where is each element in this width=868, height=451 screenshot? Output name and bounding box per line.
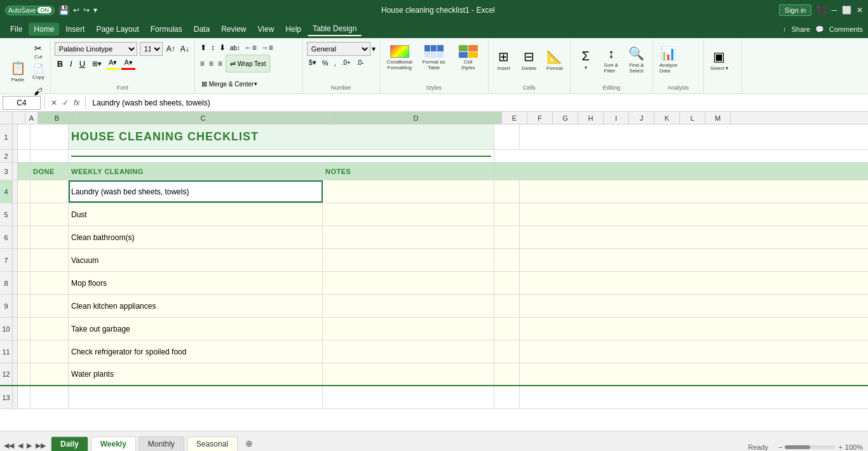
menu-file[interactable]: File: [5, 23, 27, 36]
increase-font-icon[interactable]: A↑: [165, 43, 177, 55]
cell-b9[interactable]: [31, 295, 69, 317]
cell-c8[interactable]: Mop floors: [69, 272, 323, 294]
cell-a4[interactable]: [18, 180, 31, 203]
cell-c7[interactable]: Vacuum: [69, 249, 323, 271]
cell-b8[interactable]: [31, 272, 69, 294]
cell-c11[interactable]: Check refrigerator for spoiled food: [69, 340, 323, 363]
analyze-data-button[interactable]: 📊 AnalyzeData: [657, 42, 680, 77]
text-direction-icon[interactable]: ab↕: [229, 43, 241, 53]
menu-page-layout[interactable]: Page Layout: [91, 23, 144, 36]
cell-c4[interactable]: Laundry (wash bed sheets, towels): [69, 180, 323, 203]
zoom-slider[interactable]: [785, 445, 836, 449]
cell-styles-button[interactable]: CellStyles: [452, 42, 484, 74]
menu-formulas[interactable]: Formulas: [146, 23, 187, 36]
col-header-j[interactable]: J: [629, 112, 654, 124]
copy-button[interactable]: 📄 Copy: [31, 62, 46, 81]
col-header-h[interactable]: H: [578, 112, 604, 124]
restore-button[interactable]: ⬜: [842, 6, 851, 15]
increase-decimal-icon[interactable]: .0+: [340, 58, 353, 67]
wrap-text-button[interactable]: ⇌ Wrap Text: [226, 55, 271, 72]
col-header-f[interactable]: F: [527, 112, 553, 124]
cell-c10[interactable]: Take out garbage: [69, 318, 323, 340]
number-format-expand[interactable]: ▾: [372, 44, 376, 53]
cell-b11[interactable]: [31, 340, 69, 363]
sheet-nav-first[interactable]: ◀◀: [3, 440, 15, 451]
italic-button[interactable]: I: [67, 58, 75, 70]
fill-color-button[interactable]: A▾: [106, 57, 119, 70]
menu-table-design[interactable]: Table Design: [308, 22, 362, 36]
cell-b3-done[interactable]: DONE: [31, 163, 69, 180]
cut-button[interactable]: ✂ Cut: [31, 42, 46, 61]
cell-b6[interactable]: [31, 226, 69, 248]
border-button[interactable]: ⊞▾: [90, 58, 104, 69]
tab-weekly[interactable]: Weekly: [91, 436, 136, 451]
menu-home[interactable]: Home: [29, 23, 59, 36]
cell-a7[interactable]: [18, 249, 31, 271]
undo-icon[interactable]: ↩: [73, 6, 79, 15]
align-right-icon[interactable]: ≡: [217, 58, 224, 69]
cell-d8[interactable]: [323, 272, 494, 294]
zoom-in-button[interactable]: +: [838, 443, 842, 451]
confirm-formula-icon[interactable]: ✓: [60, 98, 71, 107]
cell-b12[interactable]: [31, 363, 69, 385]
redo-icon[interactable]: ↪: [83, 6, 90, 15]
menu-help[interactable]: Help: [280, 23, 306, 36]
cell-a3[interactable]: [18, 163, 31, 180]
cell-a10[interactable]: [18, 318, 31, 340]
conditional-formatting-button[interactable]: ConditionalFormatting: [384, 42, 416, 74]
cell-a11[interactable]: [18, 340, 31, 363]
cell-e8[interactable]: [494, 272, 520, 294]
cell-reference-input[interactable]: [3, 96, 41, 110]
decrease-font-icon[interactable]: A↓: [179, 43, 191, 55]
cell-d6[interactable]: [323, 226, 494, 248]
currency-button[interactable]: $▾: [307, 57, 318, 68]
autosum-button[interactable]: Σ ▾: [574, 42, 597, 77]
cell-e7[interactable]: [494, 249, 520, 271]
format-as-table-button[interactable]: Format asTable: [418, 42, 450, 74]
cell-d3-notes[interactable]: NOTES: [323, 163, 494, 180]
col-header-d[interactable]: D: [330, 112, 502, 124]
cell-c6[interactable]: Clean bathroom(s): [69, 226, 323, 248]
autosave-toggle[interactable]: AutoSave ON: [5, 6, 55, 15]
cell-e5[interactable]: [494, 203, 520, 226]
align-left-icon[interactable]: ≡: [199, 58, 206, 69]
align-bottom-icon[interactable]: ⬇: [218, 42, 227, 53]
paste-button[interactable]: 📋 Paste: [6, 53, 29, 89]
cell-b2[interactable]: [31, 150, 69, 162]
cell-e6[interactable]: [494, 226, 520, 248]
cell-c9[interactable]: Clean kitchen appliances: [69, 295, 323, 317]
cell-d11[interactable]: [323, 340, 494, 363]
col-header-l[interactable]: L: [680, 112, 705, 124]
cell-b4[interactable]: [31, 180, 69, 203]
add-sheet-button[interactable]: ⊕: [240, 436, 258, 451]
cell-a13[interactable]: [18, 386, 31, 408]
tab-monthly[interactable]: Monthly: [139, 436, 184, 451]
sheet-nav-prev[interactable]: ◀: [17, 440, 24, 451]
find-select-button[interactable]: 🔍 Find &Select: [625, 42, 648, 77]
select-dropdown-button[interactable]: ▣ Select ▾: [708, 42, 731, 77]
col-header-g[interactable]: G: [553, 112, 578, 124]
cell-a5[interactable]: [18, 203, 31, 226]
font-size-selector[interactable]: 11: [140, 42, 163, 56]
tab-seasonal[interactable]: Seasonal: [187, 436, 238, 451]
zoom-out-button[interactable]: −: [778, 443, 782, 451]
cell-d9[interactable]: [323, 295, 494, 317]
underline-button[interactable]: U: [77, 58, 88, 70]
cell-c3-task[interactable]: WEEKLY CLEANING: [69, 163, 323, 180]
col-header-b[interactable]: B: [38, 112, 76, 124]
cell-b7[interactable]: [31, 249, 69, 271]
cell-e9[interactable]: [494, 295, 520, 317]
cell-a8[interactable]: [18, 272, 31, 294]
percent-button[interactable]: %: [320, 58, 330, 68]
menu-view[interactable]: View: [253, 23, 280, 36]
bold-button[interactable]: B: [55, 58, 65, 70]
cell-c1[interactable]: HOUSE CLEANING CHECKLIST: [69, 125, 494, 149]
tab-daily[interactable]: Daily: [51, 436, 88, 451]
menu-review[interactable]: Review: [216, 23, 251, 36]
cell-d12[interactable]: [323, 363, 494, 385]
cell-e3[interactable]: [494, 163, 520, 180]
menu-insert[interactable]: Insert: [60, 23, 90, 36]
align-top-icon[interactable]: ⬆: [199, 42, 208, 53]
comments-label[interactable]: Comments: [829, 25, 863, 33]
cell-c5[interactable]: Dust: [69, 203, 323, 226]
